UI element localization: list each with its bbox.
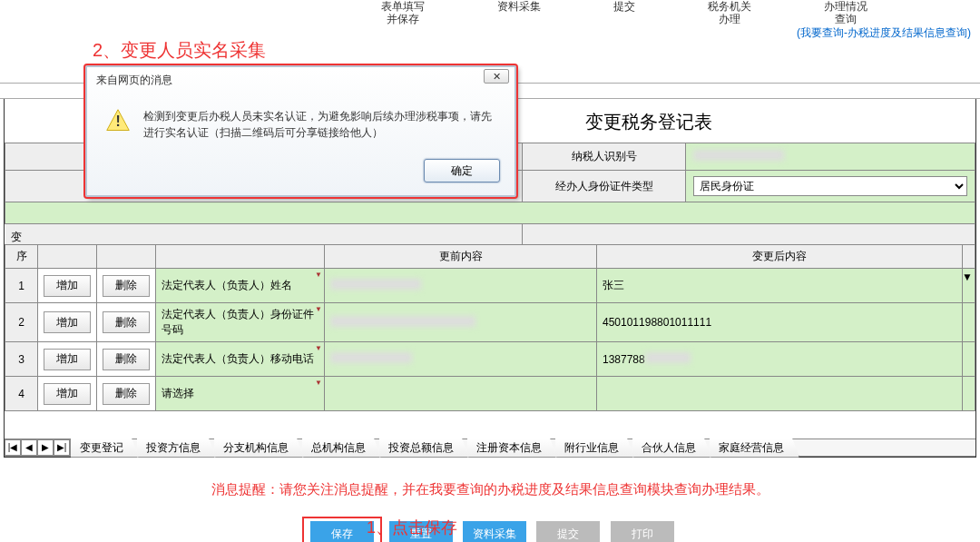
tab-family-business[interactable]: 家庭经营信息 <box>710 439 799 458</box>
nav-item-fill-save[interactable]: 表单填写 并保存 <box>381 0 425 25</box>
delete-button[interactable]: 删除 <box>103 275 150 297</box>
row-index: 3 <box>5 342 38 377</box>
add-button[interactable]: 增加 <box>44 383 91 405</box>
dialog-close-button[interactable]: ✕ <box>484 69 509 84</box>
before-value <box>325 303 597 342</box>
taxpayer-id-label: 纳税人识别号 <box>523 143 686 171</box>
table-row: 2 增加 删除 法定代表人（负责人）身份证件号码▼ 45010119880101… <box>5 303 975 342</box>
nav-item-submit[interactable]: 提交 <box>613 0 635 25</box>
tab-investor-info[interactable]: 投资方信息 <box>137 439 216 458</box>
dialog-message: 检测到变更后办税人员未实名认证，为避免影响后续办理涉税事项，请先进行实名认证（扫… <box>143 108 496 141</box>
before-value <box>325 342 597 377</box>
collect-button[interactable]: 资料采集 <box>463 521 526 542</box>
delete-button[interactable]: 删除 <box>103 383 150 405</box>
save-button[interactable]: 保存 <box>310 521 374 542</box>
sheet-tabs: |◀ ◀ ▶ ▶| 变更登记 投资方信息 分支机构信息 总机构信息 投资总额信息… <box>5 439 975 457</box>
webpage-message-dialog: 来自网页的消息 ✕ ! 检测到变更后办税人员未实名认证，为避免影响后续办理涉税事… <box>85 65 516 197</box>
table-row: 4 增加 删除 请选择▼ <box>5 377 975 411</box>
tab-nav-prev[interactable]: ◀ <box>21 439 37 456</box>
tab-nav-next[interactable]: ▶ <box>37 439 54 456</box>
after-value[interactable]: 张三 <box>597 269 963 303</box>
after-value[interactable] <box>597 377 963 411</box>
tab-subindustry[interactable]: 附行业信息 <box>555 439 634 458</box>
row-index: 4 <box>5 377 38 411</box>
nav-item-query-status[interactable]: 办理情况 查询 <box>824 0 867 25</box>
table-row: 3 增加 删除 法定代表人（负责人）移动电话▼ 1387788 <box>5 342 975 377</box>
change-item-select[interactable]: 法定代表人（负责人）身份证件号码▼ <box>156 303 325 342</box>
annotation-step-1: 1、点击保存 <box>367 517 457 538</box>
print-button[interactable]: 打印 <box>611 521 674 542</box>
row-index: 1 <box>5 269 38 303</box>
after-value[interactable]: 450101198801011111 <box>597 303 963 342</box>
tab-head-org-info[interactable]: 总机构信息 <box>302 439 381 458</box>
warning-icon: ! <box>105 108 131 133</box>
handler-idtype-label: 经办人身份证件类型 <box>523 171 686 202</box>
change-items-table: 序 更前内容 变更后内容 1 增加 删除 法定代表人（负责人）姓名▼ 张三 ▼ … <box>5 244 975 411</box>
nav-item-collect[interactable]: 资料采集 <box>497 0 541 25</box>
tab-total-investment[interactable]: 投资总额信息 <box>379 439 469 458</box>
query-progress-link[interactable]: (我要查询-办税进度及结果信息查询) <box>797 25 971 41</box>
col-header-after: 变更后内容 <box>597 245 963 269</box>
change-item-select[interactable]: 法定代表人（负责人）姓名▼ <box>156 269 325 303</box>
after-value[interactable]: 1387788 <box>597 342 963 377</box>
tab-nav-last[interactable]: ▶| <box>54 439 70 456</box>
change-item-select[interactable]: 法定代表人（负责人）移动电话▼ <box>156 342 325 377</box>
add-button[interactable]: 增加 <box>44 349 91 370</box>
tab-change-register[interactable]: 变更登记 <box>71 439 139 458</box>
svg-text:!: ! <box>115 113 120 129</box>
action-buttons: 1、点击保存 保存 重置 资料采集 提交 打印 <box>0 517 980 542</box>
dialog-ok-button[interactable]: 确定 <box>424 159 500 182</box>
change-item-select[interactable]: 请选择▼ <box>156 377 325 411</box>
tab-branch-info[interactable]: 分支机构信息 <box>214 439 304 458</box>
before-value <box>325 377 597 411</box>
tab-registered-capital[interactable]: 注册资本信息 <box>467 439 557 458</box>
submit-button[interactable]: 提交 <box>536 521 600 542</box>
handler-idtype-dropdown[interactable]: 居民身份证 <box>693 176 967 196</box>
annotation-step-2: 2、变更人员实名采集 <box>93 38 266 63</box>
col-header-before: 更前内容 <box>325 245 597 269</box>
side-label-seq: 序 <box>5 245 38 269</box>
form-title: 变更税务登记表 <box>531 110 767 134</box>
before-value <box>325 269 597 303</box>
taxpayer-id-value[interactable] <box>686 143 975 171</box>
handler-idtype-select[interactable]: 居民身份证 <box>686 171 975 202</box>
add-button[interactable]: 增加 <box>44 275 91 297</box>
nav-item-tax-office[interactable]: 税务机关 办理 <box>708 0 751 25</box>
dialog-title: 来自网页的消息 ✕ <box>87 67 514 94</box>
table-row: 1 增加 删除 法定代表人（负责人）姓名▼ 张三 ▼ <box>5 269 975 303</box>
message-reminder: 消息提醒：请您关注消息提醒，并在我要查询的办税进度及结果信息查询模块查询办理结果… <box>0 481 980 498</box>
delete-button[interactable]: 删除 <box>103 349 150 370</box>
delete-button[interactable]: 删除 <box>103 311 150 333</box>
add-button[interactable]: 增加 <box>44 311 91 333</box>
tab-partner-info[interactable]: 合伙人信息 <box>632 439 711 458</box>
row-index: 2 <box>5 303 38 342</box>
tab-nav-first[interactable]: |◀ <box>5 439 21 456</box>
